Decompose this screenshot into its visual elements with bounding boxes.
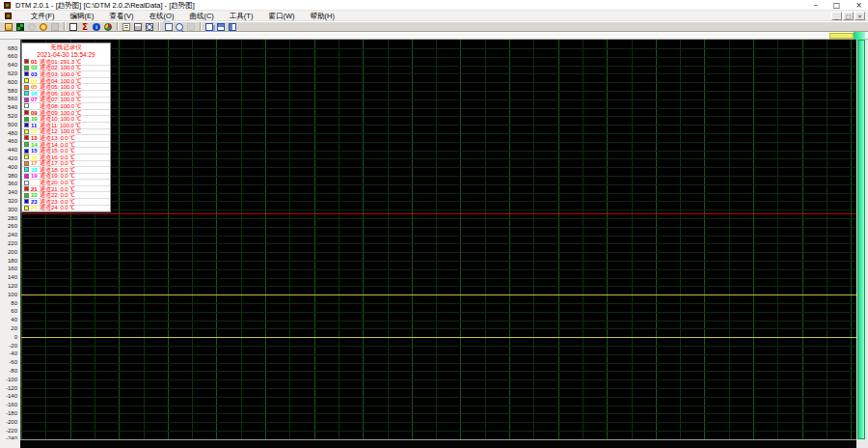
menu-item-7[interactable]: 帮助(H)	[303, 11, 342, 21]
close-button[interactable]: ×	[855, 0, 862, 11]
record-icon	[28, 23, 36, 31]
menu-item-2[interactable]: 查看(V)	[102, 11, 142, 21]
y-tick-label: 560	[8, 96, 17, 102]
tile-vertical-icon	[229, 23, 236, 31]
channel-color-swatch	[24, 59, 29, 64]
gridline-horizontal	[21, 278, 856, 279]
menu-item-5[interactable]: 工具(T)	[222, 11, 261, 21]
menu-item-3[interactable]: 在线(O)	[142, 11, 182, 21]
channel-color-swatch	[24, 135, 29, 140]
series-line-01	[21, 213, 856, 214]
gridline-horizontal	[21, 201, 856, 202]
gridline-horizontal	[21, 133, 856, 134]
maximize-button[interactable]: □	[833, 0, 841, 11]
gridline-horizontal	[21, 236, 856, 237]
gridline-horizontal	[21, 354, 856, 355]
gridline-horizontal	[21, 184, 856, 185]
zoom-button[interactable]	[174, 22, 185, 32]
y-tick-label: 380	[8, 173, 17, 180]
channel-number: 11	[31, 123, 40, 128]
vertical-scrollbar[interactable]	[857, 40, 865, 439]
menu-item-4[interactable]: 曲线(C)	[181, 11, 221, 21]
channel-color-swatch	[24, 103, 29, 108]
y-tick-label: 240	[8, 232, 17, 238]
y-tick-label: 0	[14, 334, 17, 341]
open-folder-icon	[5, 23, 13, 31]
minimize-button[interactable]: –	[814, 0, 818, 11]
channel-number: 10	[31, 116, 40, 122]
print-icon	[134, 23, 142, 31]
mdi-restore-button[interactable]: □	[843, 12, 854, 20]
y-tick-label: -80	[9, 368, 17, 375]
info-button[interactable]: i	[91, 22, 102, 32]
gridline-horizontal	[21, 406, 856, 406]
toolbar: Σi	[0, 21, 868, 32]
y-tick-label: -180	[6, 410, 17, 417]
channel-color-swatch	[24, 91, 29, 96]
y-tick-label: 640	[8, 62, 17, 69]
channel-number: 13	[31, 135, 40, 141]
channel-color-swatch	[24, 161, 29, 166]
tile-horizontal-button[interactable]	[215, 22, 227, 32]
gridline-horizontal	[21, 193, 856, 194]
plot-area[interactable]	[20, 40, 856, 439]
cascade-icon	[205, 23, 213, 31]
menu-item-0[interactable]: 文件(F)	[23, 11, 63, 21]
gridline-horizontal	[21, 397, 856, 398]
horizontal-scrollbar-end[interactable]	[854, 32, 865, 40]
mdi-minimize-button[interactable]: _	[831, 12, 842, 20]
note-button[interactable]	[121, 22, 132, 32]
legend-panel[interactable]: 无线记录仪 2021-04-30 15:54:29 01通道01: 291.3 …	[21, 42, 111, 212]
print-button[interactable]	[132, 22, 144, 32]
x-axis-strip	[20, 439, 856, 448]
preview-button[interactable]	[144, 22, 155, 32]
sigma-button[interactable]: Σ	[79, 22, 91, 32]
stop-button[interactable]	[68, 22, 79, 32]
y-tick-label: 100	[8, 292, 17, 298]
gridline-horizontal	[21, 142, 856, 143]
gridline-horizontal	[21, 312, 856, 313]
gridline-horizontal	[21, 303, 856, 304]
mdi-document-icon[interactable]	[5, 13, 12, 19]
tile-vertical-button[interactable]	[227, 22, 238, 32]
horizontal-scrollbar-thumb[interactable]	[829, 33, 854, 39]
gridline-horizontal	[21, 252, 856, 253]
menu-items: 文件(F)编辑(E)查看(V)在线(O)曲线(C)工具(T)窗口(W)帮助(H)	[23, 11, 342, 21]
legend-title: 无线记录仪	[22, 43, 110, 51]
gridline-horizontal	[21, 227, 856, 228]
y-tick-label: 420	[8, 155, 17, 162]
menu-item-6[interactable]: 窗口(W)	[260, 11, 302, 21]
channel-number: 15	[31, 148, 40, 154]
toolbar-separator	[64, 22, 65, 31]
channel-color-swatch	[24, 66, 29, 70]
channel-number: 24	[31, 205, 40, 210]
gridline-horizontal	[21, 158, 856, 159]
channel-color-swatch	[24, 193, 29, 198]
y-tick-label: 80	[11, 300, 17, 307]
copy-icon	[165, 23, 173, 31]
y-tick-label: 400	[8, 164, 17, 171]
channel-reading: 通道24: 0.0 ℃	[40, 205, 75, 210]
y-tick-label: 260	[8, 223, 17, 230]
app-icon	[4, 2, 11, 9]
y-tick-label: -40	[9, 350, 17, 357]
pie-button[interactable]	[102, 22, 114, 32]
gridline-horizontal	[21, 82, 856, 83]
gridline-horizontal	[21, 108, 856, 109]
menu-item-1[interactable]: 编辑(E)	[63, 11, 102, 21]
note-icon	[122, 23, 130, 31]
copy-button[interactable]	[162, 22, 174, 32]
gridline-horizontal	[21, 73, 856, 74]
open-folder-button[interactable]	[3, 22, 14, 32]
channel-color-swatch	[24, 186, 29, 191]
mdi-close-button[interactable]: ×	[854, 12, 865, 20]
cascade-button[interactable]	[203, 22, 215, 32]
data-grid-button[interactable]	[14, 22, 26, 32]
horizontal-scrollbar[interactable]	[0, 32, 868, 40]
channel-number: 16	[31, 154, 40, 160]
channel-color-swatch	[24, 117, 29, 122]
channel-color-swatch	[24, 85, 29, 90]
y-tick-label: 600	[8, 79, 17, 86]
start-sample-button[interactable]	[38, 22, 49, 32]
channel-number: 22	[31, 192, 40, 198]
